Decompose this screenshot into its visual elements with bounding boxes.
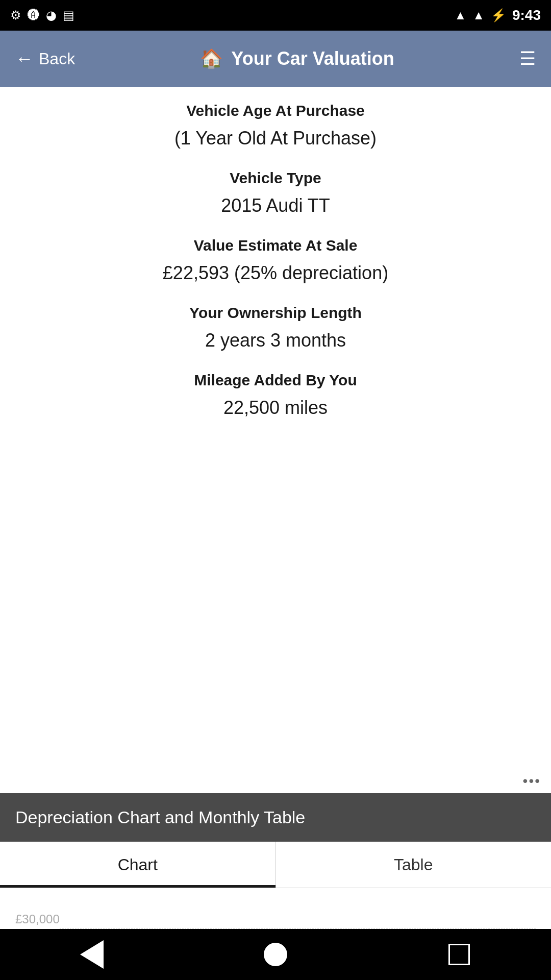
- mileage-label: Mileage Added By You: [194, 372, 357, 389]
- sd-card-icon: ▤: [63, 8, 74, 22]
- ownership-length-value: 2 years 3 months: [205, 330, 346, 351]
- depreciation-header: Depreciation Chart and Monthly Table: [0, 793, 551, 842]
- battery-icon: ⚡: [491, 8, 506, 22]
- page-title: Your Car Valuation: [231, 48, 394, 69]
- chart-area: £30,000: [0, 888, 551, 929]
- menu-icon[interactable]: ☰: [519, 48, 536, 69]
- tab-table-label: Table: [394, 855, 433, 874]
- info-section: Vehicle Age At Purchase (1 Year Old At P…: [0, 102, 551, 439]
- value-estimate-value: £22,593 (25% depreciation): [163, 262, 388, 284]
- status-time: 9:43: [512, 7, 541, 23]
- value-estimate-label: Value Estimate At Sale: [194, 237, 358, 254]
- status-bar: ⚙ 🅐 ◕ ▤ ▲ ▲ ⚡ 9:43: [0, 0, 551, 31]
- nav-recent-icon: [448, 944, 470, 965]
- status-bar-left: ⚙ 🅐 ◕ ▤: [10, 8, 74, 22]
- chart-line: [60, 898, 536, 929]
- more-options-row: •••: [0, 773, 551, 793]
- home-icon: 🏠: [200, 48, 223, 69]
- nav-home-button[interactable]: [258, 937, 293, 972]
- vehicle-age-label: Vehicle Age At Purchase: [186, 102, 365, 119]
- settings-icon: ⚙: [10, 8, 21, 22]
- vehicle-type-label: Vehicle Type: [230, 169, 321, 187]
- ownership-length-label: Your Ownership Length: [189, 304, 362, 322]
- vehicle-type-value: 2015 Audi TT: [221, 195, 330, 216]
- tab-chart-label: Chart: [118, 855, 158, 874]
- back-button[interactable]: ← Back: [15, 48, 75, 69]
- nav-bar: [0, 929, 551, 980]
- nav-back-icon: [80, 940, 104, 969]
- status-bar-right: ▲ ▲ ⚡ 9:43: [454, 7, 541, 23]
- mileage-value: 22,500 miles: [223, 397, 328, 419]
- more-options-button[interactable]: •••: [523, 773, 541, 789]
- nav-back-button[interactable]: [74, 937, 110, 972]
- wifi-icon: ▲: [454, 8, 466, 22]
- tab-chart[interactable]: Chart: [0, 842, 276, 888]
- toolbar-center: 🏠 Your Car Valuation: [200, 48, 394, 69]
- depreciation-section: ••• Depreciation Chart and Monthly Table…: [0, 773, 551, 929]
- brightness-icon: ◕: [46, 8, 57, 22]
- accessibility-icon: 🅐: [28, 8, 40, 22]
- toolbar: ← Back 🏠 Your Car Valuation ☰: [0, 31, 551, 87]
- nav-recent-button[interactable]: [441, 937, 477, 972]
- tab-table[interactable]: Table: [276, 842, 552, 888]
- depreciation-header-title: Depreciation Chart and Monthly Table: [15, 807, 305, 827]
- chart-y-label: £30,000: [15, 912, 60, 929]
- vehicle-age-value: (1 Year Old At Purchase): [174, 128, 377, 149]
- tabs-container: Chart Table: [0, 842, 551, 888]
- back-arrow-icon: ←: [15, 48, 34, 69]
- nav-home-icon: [264, 943, 287, 966]
- main-content: Vehicle Age At Purchase (1 Year Old At P…: [0, 87, 551, 929]
- back-label: Back: [39, 50, 75, 68]
- signal-icon: ▲: [472, 8, 485, 22]
